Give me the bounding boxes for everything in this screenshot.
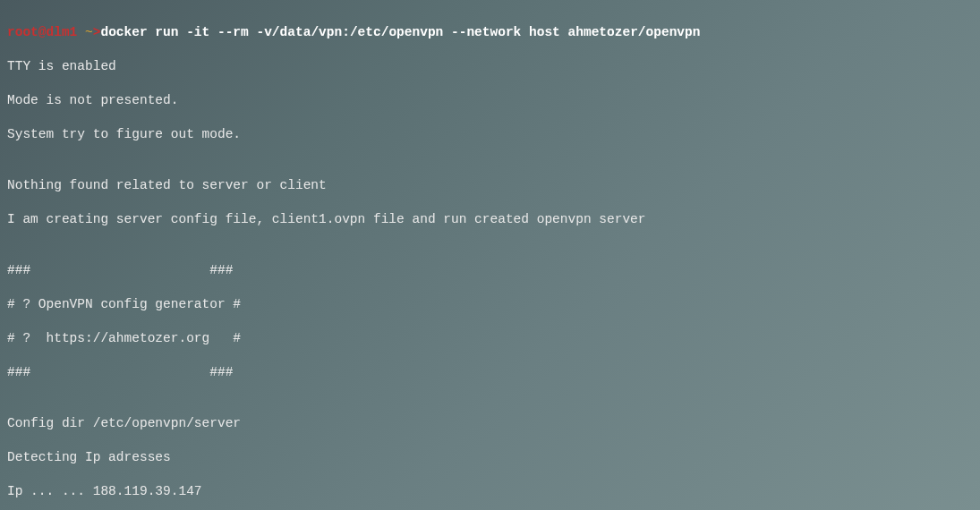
- prompt-line: root@dlm1 ~>docker run -it --rm -v/data/…: [7, 24, 973, 41]
- output-line: # ? https://ahmetozer.org #: [7, 330, 973, 347]
- output-line: Mode is not presented.: [7, 92, 973, 109]
- output-line: Config dir /etc/openvpn/server: [7, 415, 973, 432]
- output-line: ### ###: [7, 262, 973, 279]
- output-line: Ip ... ... 188.119.39.147: [7, 483, 973, 500]
- output-line: ### ###: [7, 364, 973, 381]
- prompt-user-host: root@dlm1: [7, 25, 77, 39]
- output-line: I am creating server config file, client…: [7, 211, 973, 228]
- output-line: Detecting Ip adresses: [7, 449, 973, 466]
- prompt-cwd: ~: [85, 25, 93, 39]
- output-line: System try to figure out mode.: [7, 126, 973, 143]
- command-text: docker run -it --rm -v/data/vpn:/etc/ope…: [100, 25, 700, 39]
- output-line: TTY is enabled: [7, 58, 973, 75]
- output-line: Nothing found related to server or clien…: [7, 177, 973, 194]
- output-line: # ? OpenVPN config generator #: [7, 296, 973, 313]
- terminal-window[interactable]: root@dlm1 ~>docker run -it --rm -v/data/…: [7, 7, 973, 510]
